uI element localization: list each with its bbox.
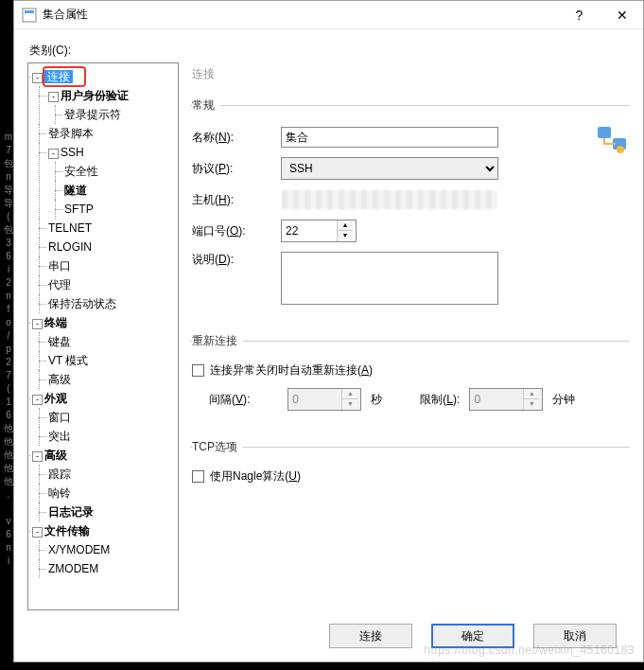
tree-node-security[interactable]: 安全性 — [64, 165, 98, 178]
connection-icon — [596, 123, 628, 155]
group-tcp: TCP选项 使用Nagle算法(U) — [190, 439, 630, 500]
tree-node-appearance[interactable]: 外观 — [44, 392, 67, 405]
expand-icon[interactable]: - — [32, 451, 43, 462]
close-button[interactable]: ✕ — [600, 1, 643, 28]
limit-label: 限制(L): — [420, 392, 460, 408]
expand-icon[interactable]: - — [48, 92, 59, 102]
expand-icon[interactable]: - — [48, 149, 59, 159]
tree-node-highlight[interactable]: 突出 — [48, 430, 71, 443]
tree-node-vtmode[interactable]: VT 模式 — [48, 354, 88, 367]
tree-node-keyboard[interactable]: 键盘 — [48, 335, 71, 348]
name-label: 名称(N): — [192, 130, 273, 146]
protocol-select[interactable]: SSH — [281, 157, 498, 180]
group-reconnect: 重新连接 连接异常关闭时自动重新连接(A) 间隔(V): ▲▼ — [190, 333, 630, 426]
dialog-content: 类别(C): -连接 -用户身份验证 登录提示符 登录脚本 -SSH — [14, 29, 643, 661]
tree-node-filetransfer[interactable]: 文件传输 — [44, 524, 90, 538]
limit-unit: 分钟 — [552, 392, 575, 408]
interval-value — [288, 391, 341, 408]
tree-node-ssh[interactable]: SSH — [61, 146, 84, 159]
protocol-label: 协议(P): — [192, 161, 273, 177]
window-title: 集合属性 — [43, 7, 558, 23]
tree-node-bell[interactable]: 响铃 — [48, 486, 71, 500]
titlebar: 集合属性 ? ✕ — [14, 1, 643, 29]
tree-node-keepalive[interactable]: 保持活动状态 — [48, 297, 116, 310]
app-icon — [22, 8, 37, 23]
tree-node-term-advanced[interactable]: 高级 — [48, 373, 71, 386]
port-value[interactable] — [282, 222, 337, 239]
expand-icon[interactable]: - — [32, 319, 43, 329]
group-general-legend: 常规 — [192, 97, 220, 114]
ok-button[interactable]: 确定 — [431, 624, 514, 648]
expand-icon[interactable]: - — [32, 395, 43, 405]
interval-spinner: ▲▼ — [287, 388, 361, 411]
interval-label: 间隔(V): — [209, 392, 250, 408]
tree-node-advanced[interactable]: 高级 — [44, 449, 67, 462]
expand-icon[interactable]: - — [32, 73, 43, 83]
port-spinner[interactable]: ▲▼ — [281, 220, 357, 242]
tree-node-connection[interactable]: 连接 — [44, 70, 73, 83]
nagle-checkbox[interactable]: 使用Nagle算法(U) — [192, 468, 301, 485]
limit-value — [470, 391, 523, 408]
category-tree[interactable]: -连接 -用户身份验证 登录提示符 登录脚本 -SSH 安全性 隧道 SFTP — [27, 62, 179, 610]
tree-node-xymodem[interactable]: X/YMODEM — [48, 543, 110, 556]
name-input[interactable] — [281, 127, 498, 148]
tree-node-loginprompt[interactable]: 登录提示符 — [64, 108, 121, 121]
svg-point-4 — [617, 146, 624, 153]
group-general: 常规 名称(N): 协议(P): SSH — [190, 97, 630, 320]
tree-node-logging[interactable]: 日志记录 — [48, 505, 94, 519]
session-properties-dialog: 集合属性 ? ✕ 类别(C): -连接 -用户身份验证 登录提示符 登录脚本 -… — [13, 0, 644, 662]
tree-node-telnet[interactable]: TELNET — [48, 221, 92, 235]
panel-header: 连接 — [190, 64, 630, 88]
group-reconnect-legend: 重新连接 — [192, 333, 243, 349]
expand-icon[interactable]: - — [32, 527, 43, 538]
tree-node-serial[interactable]: 串口 — [48, 259, 71, 273]
limit-spinner: ▲▼ — [469, 388, 543, 411]
description-textarea[interactable] — [281, 252, 498, 305]
tree-node-loginscript[interactable]: 登录脚本 — [48, 127, 94, 140]
cancel-button[interactable]: 取消 — [533, 624, 617, 648]
svg-rect-1 — [25, 10, 34, 13]
help-button[interactable]: ? — [558, 1, 600, 28]
tree-node-zmodem[interactable]: ZMODEM — [48, 562, 98, 575]
tree-node-auth[interactable]: 用户身份验证 — [61, 89, 129, 102]
desc-label: 说明(D): — [192, 252, 273, 268]
tree-node-window[interactable]: 窗口 — [48, 411, 71, 424]
settings-panel: 连接 常规 名称(N): 协议(P): SSH — [190, 62, 630, 610]
host-input[interactable] — [281, 189, 498, 210]
tree-node-trace[interactable]: 跟踪 — [48, 467, 71, 481]
chevron-up-icon[interactable]: ▲ — [338, 220, 353, 231]
tree-node-proxy[interactable]: 代理 — [48, 278, 71, 291]
button-bar: 连接 确定 取消 — [27, 610, 630, 661]
svg-rect-2 — [598, 127, 611, 138]
auto-reconnect-label: 连接异常关闭时自动重新连接(A) — [210, 362, 373, 379]
connect-button[interactable]: 连接 — [329, 624, 412, 648]
group-tcp-legend: TCP选项 — [192, 439, 243, 455]
auto-reconnect-checkbox[interactable]: 连接异常关闭时自动重新连接(A) — [192, 362, 373, 379]
interval-unit: 秒 — [371, 392, 382, 408]
host-label: 主机(H): — [192, 192, 273, 208]
category-label: 类别(C): — [29, 43, 630, 59]
nagle-label: 使用Nagle算法(U) — [210, 468, 301, 485]
port-label: 端口号(O): — [192, 223, 273, 239]
tree-node-sftp[interactable]: SFTP — [64, 203, 94, 216]
tree-node-rlogin[interactable]: RLOGIN — [48, 240, 92, 254]
tree-node-terminal[interactable]: 终端 — [44, 316, 67, 329]
tree-node-tunnel[interactable]: 隧道 — [64, 184, 87, 197]
chevron-down-icon[interactable]: ▼ — [338, 231, 353, 241]
